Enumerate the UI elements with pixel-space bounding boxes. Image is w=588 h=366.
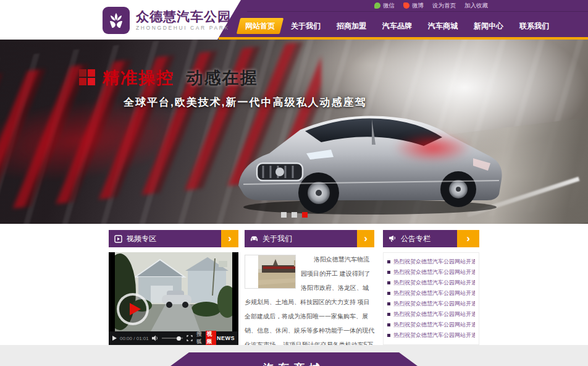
wechat-link[interactable]: 微信: [374, 2, 395, 10]
hero-banner: 精准操控 动感在握 全球平台,欧美技术,新一代中高级私人动感座驾: [0, 40, 588, 224]
video-panel-header[interactable]: 视频专区 ›: [109, 230, 238, 247]
carousel-dot-3[interactable]: [302, 212, 308, 218]
nav-item-join[interactable]: 招商加盟: [330, 18, 373, 34]
hero-headline-rest: 动感在握: [187, 69, 258, 87]
hero-headline: 精准操控 动感在握: [103, 67, 366, 89]
nav-item-brands[interactable]: 汽车品牌: [376, 18, 419, 34]
footer-section-title: 汽车商城: [170, 361, 418, 366]
logo-subtitle: ZHONGDEHUI CAR PARK: [136, 24, 231, 32]
bullet-icon: [387, 323, 390, 326]
set-home-link[interactable]: 设为首页: [432, 2, 456, 10]
car-icon: [250, 235, 258, 243]
carousel-dots: [0, 212, 588, 218]
play-button-icon[interactable]: [117, 293, 149, 325]
brand-sohu-label: 搜狐: [196, 331, 204, 346]
about-panel-header[interactable]: 关于我们 ›: [245, 230, 374, 247]
topbar-divider: [247, 11, 588, 12]
carousel-dot-1[interactable]: [281, 212, 287, 218]
brand-video-label: 视频: [206, 331, 216, 346]
nav-item-contact[interactable]: 联系我们: [513, 18, 556, 34]
notice-list-item[interactable]: 热烈祝贺众德慧汽车公园网站开通了！: [387, 279, 475, 287]
volume-icon[interactable]: [152, 334, 159, 343]
video-icon: [114, 235, 122, 243]
notice-panel-header[interactable]: 公告专栏 ›: [383, 230, 479, 247]
topbar: 微信 微博 设为首页 加入收藏: [374, 1, 488, 11]
red-squares-icon: [79, 69, 95, 85]
bullet-icon: [387, 292, 390, 295]
hero-taillight-glow: [377, 120, 488, 176]
page: 微信 微博 设为首页 加入收藏: [0, 0, 588, 366]
set-home-label: 设为首页: [432, 2, 456, 10]
carousel-dot-2[interactable]: [292, 212, 297, 218]
play-icon[interactable]: [112, 336, 117, 341]
arrow-right-icon[interactable]: ›: [221, 230, 238, 247]
notice-list-item[interactable]: 热烈祝贺众德慧汽车公园网站开通了！: [387, 258, 475, 266]
hero-copy: 精准操控 动感在握 全球平台,欧美技术,新一代中高级私人动感座驾: [79, 67, 366, 109]
add-favorite-link[interactable]: 加入收藏: [464, 2, 488, 10]
header: 微信 微博 设为首页 加入收藏: [0, 0, 588, 40]
site-logo[interactable]: 众德慧汽车公园 ZHONGDEHUI CAR PARK: [103, 7, 231, 34]
notice-panel: 公告专栏 › 热烈祝贺众德慧汽车公园网站开通了！ 热烈祝贺众德慧汽车公园网站开通…: [383, 230, 479, 345]
arrow-right-icon[interactable]: ›: [357, 230, 374, 247]
nav-item-home[interactable]: 网站首页: [238, 18, 282, 34]
weibo-icon: [403, 2, 410, 9]
bullet-icon: [387, 260, 390, 263]
video-panel: 视频专区 ›: [109, 230, 238, 345]
notice-list-item[interactable]: 热烈祝贺众德慧汽车公园网站开通了！: [387, 289, 475, 297]
logo-title: 众德慧汽车公园: [136, 9, 231, 24]
notice-list: 热烈祝贺众德慧汽车公园网站开通了！ 热烈祝贺众德慧汽车公园网站开通了！ 热烈祝贺…: [383, 252, 479, 345]
content-section: 视频专区 ›: [0, 224, 588, 345]
volume-slider[interactable]: [162, 338, 183, 339]
notice-panel-title: 公告专栏: [401, 234, 430, 244]
hero-subline: 全球平台,欧美技术,新一代中高级私人动感座驾: [124, 95, 366, 109]
video-player[interactable]: 00:00 / 01:01 搜狐 视频 NEWS: [109, 252, 238, 345]
video-brand: 搜狐 视频 NEWS: [196, 331, 235, 346]
nav-item-news[interactable]: 新闻中心: [467, 18, 510, 34]
hero-headline-accent: 精准操控: [103, 69, 174, 87]
footer-section-banner: 汽车商城: [170, 352, 418, 366]
weibo-link[interactable]: 微博: [403, 2, 424, 10]
video-panel-title: 视频专区: [127, 234, 156, 244]
player-controls: 00:00 / 01:01 搜狐 视频 NEWS: [109, 331, 238, 345]
nav-item-about[interactable]: 关于我们: [284, 18, 327, 34]
bullet-icon: [387, 302, 390, 305]
weibo-label: 微博: [412, 2, 424, 10]
main-nav: 网站首页 关于我们 招商加盟 汽车品牌 汽车商城 新闻中心 联系我们: [238, 16, 556, 36]
notice-list-item[interactable]: 热烈祝贺众德慧汽车公园网站开通了！: [387, 268, 475, 276]
arrow-right-icon[interactable]: ›: [457, 230, 479, 247]
wechat-label: 微信: [383, 2, 395, 10]
notice-list-item[interactable]: 热烈祝贺众德慧汽车公园网站开通了！: [387, 321, 475, 329]
notice-list-item[interactable]: 热烈祝贺众德慧汽车公园网站开通了！: [387, 331, 475, 339]
bullet-icon: [387, 313, 390, 316]
logo-flower-icon: [103, 7, 130, 34]
bullet-icon: [387, 281, 390, 284]
wechat-icon: [374, 2, 380, 9]
logo-text: 众德慧汽车公园 ZHONGDEHUI CAR PARK: [136, 9, 231, 32]
bullet-icon: [387, 271, 390, 274]
notice-list-item[interactable]: 热烈祝贺众德慧汽车公园网站开通了！: [387, 300, 475, 308]
bullet-icon: [387, 334, 390, 337]
megaphone-icon: [388, 235, 397, 243]
brand-news-label: NEWS: [217, 335, 235, 341]
fullscreen-icon[interactable]: [186, 334, 193, 343]
about-photo: [245, 255, 296, 289]
add-favorite-label: 加入收藏: [464, 2, 488, 10]
notice-list-item[interactable]: 热烈祝贺众德慧汽车公园网站开通了！: [387, 310, 475, 318]
player-time: 00:00 / 01:01: [120, 336, 149, 341]
about-panel-title: 关于我们: [262, 234, 292, 244]
nav-item-mall[interactable]: 汽车商城: [421, 18, 464, 34]
